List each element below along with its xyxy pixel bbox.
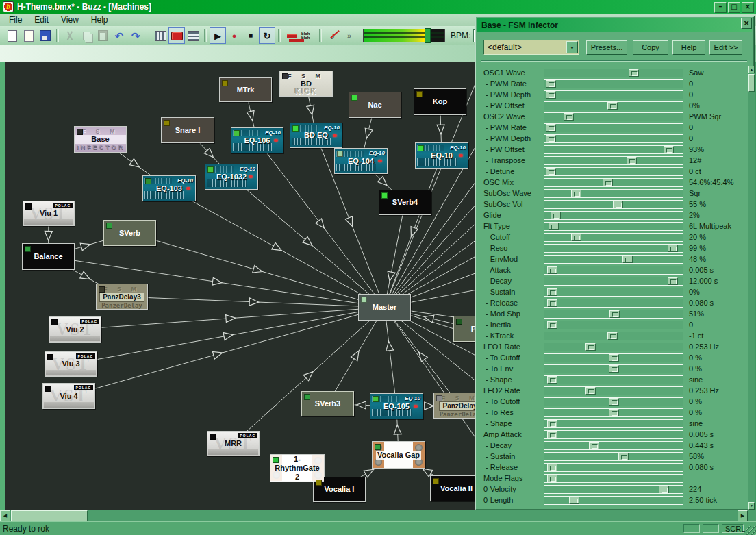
machine-eq105[interactable]: EQ-10EQ-105 — [370, 393, 423, 419]
param-slider-thumb[interactable] — [547, 376, 557, 384]
connection-arrow[interactable] — [223, 333, 233, 340]
param-slider-track[interactable] — [544, 112, 683, 121]
record-button[interactable]: ● — [226, 27, 242, 44]
param-slider-track[interactable] — [544, 397, 683, 406]
param-slider-thumb[interactable] — [607, 102, 618, 110]
param-slider-track[interactable] — [544, 134, 683, 143]
vscroll-thumb[interactable] — [748, 74, 755, 92]
mute-button[interactable]: ♪ — [325, 27, 341, 44]
menu-help[interactable]: Help — [85, 14, 114, 25]
param-slider-track[interactable] — [544, 277, 683, 286]
new-file-button[interactable] — [4, 27, 21, 44]
machine-kop[interactable]: Kop — [414, 88, 466, 115]
param-slider-track[interactable] — [544, 266, 683, 275]
connection-arrow[interactable] — [129, 159, 139, 167]
param-slider-thumb[interactable] — [607, 332, 618, 340]
param-slider-track[interactable] — [544, 255, 683, 264]
param-slider-track[interactable] — [544, 178, 683, 187]
params-vscrollbar[interactable]: ▲ ▼ — [748, 66, 755, 510]
dialog-title[interactable]: Base - FSM Infector — [477, 18, 752, 32]
param-slider-track[interactable] — [544, 375, 683, 384]
param-slider-track[interactable] — [544, 463, 683, 472]
param-slider-track[interactable] — [544, 156, 683, 165]
connection-arrow[interactable] — [272, 242, 281, 250]
connection-arrow[interactable] — [80, 243, 90, 251]
preset-dropdown[interactable]: <default> ▼ — [483, 40, 579, 55]
machine-viu3[interactable]: VSTPOLACViu 3 — [45, 351, 97, 377]
machine-rhythmgate[interactable]: 1-RhythmGate 2 — [270, 454, 325, 482]
connection-arrow[interactable] — [247, 110, 254, 120]
connection-arrow[interactable] — [386, 341, 394, 351]
open-file-button[interactable] — [21, 27, 37, 44]
master-volume-meter[interactable] — [363, 29, 445, 42]
connection-arrow[interactable] — [424, 315, 433, 323]
param-slider-thumb[interactable] — [571, 190, 581, 197]
param-slider-thumb[interactable] — [546, 91, 556, 99]
machine-sverb4[interactable]: SVerb4 — [379, 190, 431, 215]
param-slider-track[interactable] — [544, 101, 683, 110]
param-slider-track[interactable] — [544, 353, 683, 362]
overflow-button[interactable]: » — [341, 27, 357, 44]
connection-arrow[interactable] — [388, 271, 395, 281]
param-slider-track[interactable] — [544, 90, 683, 99]
param-slider-thumb[interactable] — [629, 69, 639, 77]
machine-eq106[interactable]: EQ-10EQ-106 — [231, 127, 284, 153]
param-slider-thumb[interactable] — [547, 288, 557, 296]
param-slider-thumb[interactable] — [547, 321, 557, 329]
connection-arrow[interactable] — [394, 425, 401, 435]
param-slider-thumb[interactable] — [622, 256, 633, 263]
machine-mtrk[interactable]: MTrk — [219, 77, 272, 102]
param-slider-thumb[interactable] — [664, 146, 674, 153]
param-slider-track[interactable] — [544, 299, 683, 308]
machine-eq103[interactable]: EQ-10EQ-103 — [142, 175, 196, 201]
param-slider-thumb[interactable] — [585, 387, 596, 395]
param-slider-track[interactable] — [544, 419, 683, 428]
param-slider-thumb[interactable] — [609, 354, 619, 362]
machine-snare1[interactable]: Snare I — [161, 117, 214, 143]
param-slider-track[interactable] — [544, 200, 683, 209]
param-slider-thumb[interactable] — [546, 168, 556, 175]
connection-arrow[interactable] — [212, 351, 222, 359]
cut-button[interactable] — [62, 27, 78, 44]
dialog-close-icon[interactable]: × — [741, 18, 752, 29]
param-slider-track[interactable] — [544, 496, 683, 505]
param-slider-thumb[interactable] — [546, 124, 556, 132]
pattern-view-button[interactable] — [152, 27, 168, 44]
copy-preset-button[interactable]: Copy — [633, 40, 668, 55]
param-slider-thumb[interactable] — [613, 201, 623, 208]
connection-arrow[interactable] — [212, 277, 222, 285]
param-slider-track[interactable] — [544, 430, 683, 439]
param-slider-track[interactable] — [544, 386, 683, 395]
machine-sverb[interactable]: SVerb — [103, 220, 156, 246]
machine-balance[interactable]: Balance — [22, 243, 75, 270]
chevron-down-icon[interactable]: ▼ — [566, 41, 578, 53]
param-slider-track[interactable] — [544, 123, 683, 132]
param-slider-thumb[interactable] — [547, 266, 557, 274]
machine-master[interactable]: Master — [358, 294, 411, 321]
minimize-button[interactable]: – — [714, 2, 727, 13]
param-slider-thumb[interactable] — [668, 245, 678, 252]
connection-arrow[interactable] — [351, 351, 359, 360]
machine-sverb3[interactable]: SVerb3 — [301, 391, 354, 416]
connection-arrow[interactable] — [249, 298, 259, 306]
param-slider-track[interactable] — [544, 441, 683, 450]
close-button[interactable]: × — [742, 2, 754, 13]
machine-viu2[interactable]: VSTPOLACViu 2 — [49, 316, 101, 343]
connection-arrow[interactable] — [365, 128, 373, 138]
param-slider-thumb[interactable] — [547, 299, 557, 307]
machine-viu4[interactable]: VSTPOLACViu 4 — [42, 383, 95, 409]
param-slider-track[interactable] — [544, 364, 683, 373]
param-slider-thumb[interactable] — [627, 157, 637, 164]
connection-arrow[interactable] — [226, 315, 236, 323]
param-slider-track[interactable] — [544, 288, 683, 297]
param-slider-thumb[interactable] — [668, 277, 678, 285]
param-slider-thumb[interactable] — [618, 453, 629, 460]
app-icon[interactable]: b — [3, 1, 14, 12]
machine-bd[interactable]: F S MBDKICK — [279, 71, 333, 97]
param-slider-track[interactable] — [544, 167, 683, 176]
connection-arrow[interactable] — [437, 125, 444, 134]
edit-button[interactable]: Edit >> — [709, 40, 742, 55]
play-button[interactable]: ▶ — [210, 27, 226, 44]
param-slider-thumb[interactable] — [659, 486, 669, 493]
param-slider-thumb[interactable] — [589, 442, 599, 449]
